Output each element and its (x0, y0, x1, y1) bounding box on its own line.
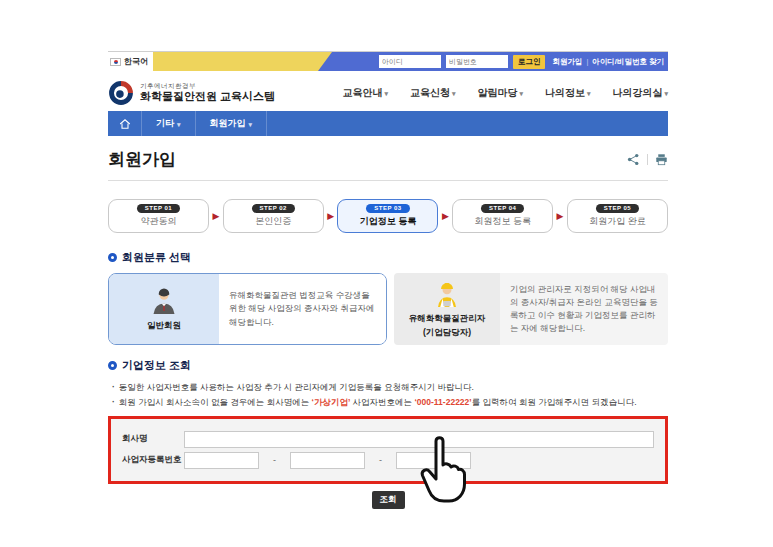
company-name-row: 회사명 (122, 431, 654, 448)
site-title: 화학물질안전원 교육시스템 (140, 90, 275, 104)
worker-helmet-icon (432, 280, 462, 310)
signup-step-indicator: STEP 01 약관동의 ▶ STEP 02 본인인증 ▶ STEP 03 기업… (108, 199, 668, 233)
page-title-row: 회원가입 (108, 148, 668, 181)
section-bullet-icon (108, 361, 117, 370)
share-button[interactable] (627, 153, 640, 166)
main-menu: 교육안내 교육신청 알림마당 나의정보 나의강의실 (342, 86, 668, 100)
print-button[interactable] (655, 153, 668, 166)
government-emblem-icon (108, 80, 134, 106)
nav-item-etc[interactable]: 기타 (142, 111, 196, 136)
menu-notice-board[interactable]: 알림마당 (477, 86, 523, 100)
member-card-general-left: 일반회원 (109, 274, 219, 344)
business-number-input-3[interactable] (396, 452, 471, 469)
member-type-section-header: 회원분류 선택 (108, 250, 668, 265)
step-02-identity: STEP 02 본인인증 (223, 199, 324, 233)
company-search-section-header: 기업정보 조회 (108, 358, 668, 373)
arrow-right-icon: ▶ (442, 211, 449, 221)
menu-education-apply[interactable]: 교육신청 (410, 86, 456, 100)
virtual-biz-number-highlight: ‘000-11-22222’ (414, 397, 471, 407)
business-number-input-1[interactable] (184, 452, 259, 469)
menu-my-classroom[interactable]: 나의강의실 (612, 86, 668, 100)
note2-text: 회원 가입시 회사소속이 없을 경우에는 회사명에는 ‘가상기업’ 사업자번호에… (119, 395, 637, 410)
chevron-down-icon (249, 119, 253, 129)
site-header: 기후에너지환경부 화학물질안전원 교육시스템 교육안내 교육신청 알림마당 (108, 71, 668, 111)
chevron-down-icon (384, 87, 388, 98)
find-id-password-link[interactable]: 아이디/비밀번호 찾기 (592, 57, 664, 67)
business-number-label: 사업자등록번호 (122, 454, 184, 466)
member-card-manager-left: 유해화학물질관리자 (기업담당자) (394, 273, 500, 345)
step-05-complete: STEP 05 회원가입 완료 (567, 199, 668, 233)
page-canvas: 한국어 로그인 회원가입 | 아이디/비밀번호 찾기 (0, 0, 773, 547)
login-id-input[interactable] (379, 55, 441, 68)
nav-item-signup[interactable]: 회원가입 (196, 111, 268, 136)
login-button[interactable]: 로그인 (513, 55, 546, 69)
login-band: 로그인 회원가입 | 아이디/비밀번호 찾기 (318, 52, 668, 71)
business-number-row: 사업자등록번호 - - (122, 452, 654, 469)
member-type-cards: 일반회원 유해화학물질관련 법정교육 수강생을 위한 해당 사업장의 종사자와 … (108, 273, 668, 345)
search-button-row: 조회 (108, 491, 668, 509)
member-card-manager-desc: 기업의 관리자로 지정되어 해당 사업내의 종사자/취급자 온라인 교육명단을 … (500, 273, 668, 345)
arrow-right-icon: ▶ (557, 211, 564, 221)
page-content: 한국어 로그인 회원가입 | 아이디/비밀번호 찾기 (108, 51, 668, 509)
company-search-form-highlighted: 회사명 사업자등록번호 - - (108, 416, 668, 484)
korea-flag-icon (110, 58, 121, 66)
brand-text: 기후에너지환경부 화학물질안전원 교육시스템 (140, 82, 275, 104)
home-icon (119, 118, 131, 130)
sub-nav-bar: 기타 회원가입 (108, 111, 668, 136)
top-utility-bar: 한국어 로그인 회원가입 | 아이디/비밀번호 찾기 (108, 51, 668, 71)
company-search-section-title: 기업정보 조회 (122, 358, 191, 373)
member-card-manager-sublabel: (기업담당자) (423, 327, 471, 338)
person-suit-icon (149, 287, 179, 317)
member-card-manager-label: 유해화학물질관리자 (409, 313, 486, 324)
company-name-label: 회사명 (122, 433, 184, 445)
company-name-input[interactable] (184, 431, 654, 448)
chevron-down-icon (452, 87, 456, 98)
ministry-name: 기후에너지환경부 (140, 82, 275, 90)
member-type-section-title: 회원분류 선택 (122, 250, 191, 265)
member-card-general-label: 일반회원 (147, 320, 181, 331)
step-03-company-info-active: STEP 03 기업정보 등록 (337, 199, 438, 233)
section-bullet-icon (108, 253, 117, 262)
title-action-icons (627, 153, 668, 166)
member-type-section: 회원분류 선택 일반회원 유해화학물질관련 법정교육 수강생을 (108, 250, 668, 345)
page-title: 회원가입 (108, 148, 176, 171)
company-search-notes: 동일한 사업자번호를 사용하는 사업장 추가 시 관리자에게 기업등록을 요청해… (112, 380, 668, 410)
business-number-input-2[interactable] (290, 452, 365, 469)
topbar-link-divider: | (586, 57, 588, 66)
site-logo[interactable]: 기후에너지환경부 화학물질안전원 교육시스템 (108, 80, 275, 106)
login-password-input[interactable] (446, 55, 508, 68)
note-line-1: 동일한 사업자번호를 사용하는 사업장 추가 시 관리자에게 기업등록을 요청해… (112, 380, 668, 395)
menu-my-info[interactable]: 나의정보 (545, 86, 591, 100)
member-card-general-selected[interactable]: 일반회원 유해화학물질관련 법정교육 수강생을 위한 해당 사업장의 종사자와 … (108, 273, 387, 345)
member-card-general-desc: 유해화학물질관련 법정교육 수강생을 위한 해당 사업장의 종사자와 취급자에 … (219, 274, 386, 344)
chevron-down-icon (177, 119, 181, 129)
topbar-links: 회원가입 | 아이디/비밀번호 찾기 (550, 57, 666, 67)
step-01-terms: STEP 01 약관동의 (108, 199, 209, 233)
company-search-button[interactable]: 조회 (372, 491, 405, 509)
topbar-signup-link[interactable]: 회원가입 (552, 57, 582, 67)
chevron-down-icon (519, 87, 523, 98)
chevron-down-icon (664, 87, 668, 98)
icon-divider (647, 154, 648, 165)
dash-separator: - (273, 455, 276, 465)
member-card-manager[interactable]: 유해화학물질관리자 (기업담당자) 기업의 관리자로 지정되어 해당 사업내의 … (394, 273, 668, 345)
share-icon (627, 153, 640, 166)
virtual-company-highlight: ‘가상기업’ (312, 397, 351, 407)
home-button[interactable] (108, 111, 142, 136)
menu-education-guide[interactable]: 교육안내 (342, 86, 388, 100)
arrow-right-icon: ▶ (212, 211, 219, 221)
note-line-2: 회원 가입시 회사소속이 없을 경우에는 회사명에는 ‘가상기업’ 사업자번호에… (112, 395, 668, 410)
printer-icon (655, 153, 668, 166)
language-label: 한국어 (124, 56, 148, 67)
step-04-member-info: STEP 04 회원정보 등록 (452, 199, 553, 233)
company-search-section: 기업정보 조회 동일한 사업자번호를 사용하는 사업장 추가 시 관리자에게 기… (108, 358, 668, 509)
dash-separator: - (379, 455, 382, 465)
language-selector[interactable]: 한국어 (108, 52, 153, 71)
chevron-down-icon (587, 87, 591, 98)
arrow-right-icon: ▶ (327, 211, 334, 221)
